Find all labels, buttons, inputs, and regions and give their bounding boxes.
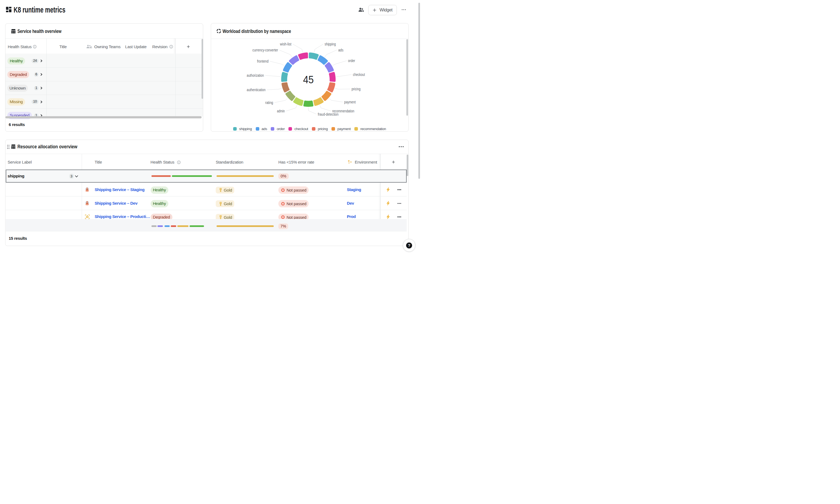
svg-text:rating: rating — [265, 101, 273, 105]
svg-text:payment: payment — [344, 100, 356, 104]
svg-text:checkout: checkout — [353, 72, 365, 77]
svg-text:ads: ads — [338, 48, 344, 52]
svg-text:authentication: authentication — [247, 88, 266, 92]
svg-text:wish-list: wish-list — [280, 42, 292, 46]
svg-text:45: 45 — [303, 74, 314, 86]
svg-text:authorization: authorization — [247, 73, 264, 77]
svg-text:frontend: frontend — [257, 59, 268, 64]
svg-text:currency-converter: currency-converter — [252, 48, 278, 52]
svg-text:fraud-detection: fraud-detection — [318, 112, 338, 116]
svg-text:admin: admin — [277, 109, 285, 113]
svg-text:order: order — [348, 58, 355, 63]
svg-text:shipping: shipping — [325, 42, 336, 46]
svg-text:pricing: pricing — [352, 87, 361, 91]
